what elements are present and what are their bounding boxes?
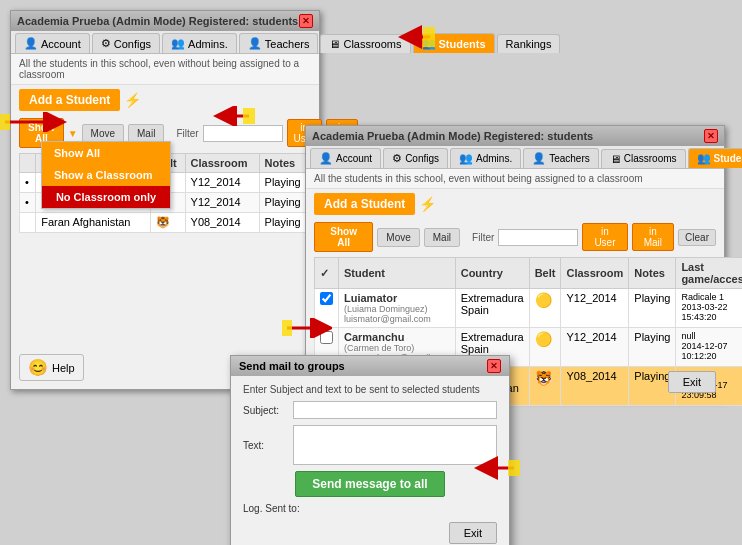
filter-label-1: Filter — [176, 128, 198, 139]
w2-tab-teachers[interactable]: 👤 Teachers — [523, 148, 599, 168]
clear-button-2[interactable]: Clear — [678, 229, 716, 246]
filter-input-1[interactable] — [203, 125, 283, 142]
add-student-icon-2: ⚡ — [419, 196, 436, 212]
window-2-title: Academia Prueba (Admin Mode) Registered:… — [312, 130, 593, 142]
send-message-button[interactable]: Send message to all — [295, 471, 444, 497]
move-button-2[interactable]: Move — [377, 228, 419, 247]
dropdown-show-all[interactable]: Show All — [42, 142, 170, 164]
add-student-bar-2: Add a Student ⚡ — [306, 189, 724, 219]
window-2-nav: 👤 Account ⚙ Configs 👥 Admins. 👤 Teachers… — [306, 146, 724, 169]
table-row: Faran Afghanistan 🐯 Y08_2014 Playing — [20, 213, 311, 233]
w2-tab-classrooms[interactable]: 🖥 Classrooms — [601, 149, 686, 168]
add-student-icon: ⚡ — [124, 92, 141, 108]
arrow-mail-button — [205, 106, 255, 126]
subject-row: Subject: — [243, 401, 497, 419]
window-1-titlebar: Academia Prueba (Admin Mode) Registered:… — [11, 11, 319, 31]
mail-dialog-title: Send mail to groups — [239, 360, 345, 372]
mail-button-2[interactable]: Mail — [424, 228, 460, 247]
tab-teachers[interactable]: 👤Teachers — [239, 33, 319, 53]
add-student-bar-1: Add a Student ⚡ — [11, 85, 319, 115]
svg-rect-14 — [508, 460, 520, 476]
text-row: Text: — [243, 425, 497, 465]
exit-area-2: Exit — [668, 371, 716, 393]
window-1-close[interactable]: ✕ — [299, 14, 313, 28]
w2-tab-configs[interactable]: ⚙ Configs — [383, 148, 448, 168]
window-1-title: Academia Prueba (Admin Mode) Registered:… — [17, 15, 298, 27]
window-1-nav: 👤Account ⚙Configs 👥Admins. 👤Teachers 🖥Cl… — [11, 31, 319, 54]
svg-rect-2 — [423, 27, 435, 47]
window-2-info: All the students in this school, even wi… — [306, 169, 724, 189]
svg-rect-8 — [243, 108, 255, 124]
dropdown-show-classroom[interactable]: Show a Classroom — [42, 164, 170, 186]
svg-rect-5 — [0, 114, 10, 130]
add-student-button-2[interactable]: Add a Student — [314, 193, 415, 215]
help-area-1: 😊 Help — [19, 354, 84, 381]
row-checkbox-0[interactable] — [320, 292, 333, 305]
tab-admins[interactable]: 👥Admins. — [162, 33, 237, 53]
help-icon: 😊 — [28, 358, 48, 377]
move-button-1[interactable]: Move — [82, 124, 124, 143]
svg-rect-11 — [282, 320, 292, 336]
filter-label-2: Filter — [472, 232, 494, 243]
w2-tab-admins[interactable]: 👥 Admins. — [450, 148, 521, 168]
mail-button-1[interactable]: Mail — [128, 124, 164, 143]
dropdown-menu: Show All Show a Classroom No Classroom o… — [41, 141, 171, 209]
mail-dialog: Send mail to groups ✕ Enter Subject and … — [230, 355, 510, 545]
mail-dialog-titlebar: Send mail to groups ✕ — [231, 356, 509, 376]
toolbar-2: Show All Move Mail Filter in User in Mai… — [306, 219, 724, 255]
send-button-area: Send message to all — [243, 471, 497, 497]
window-2-close[interactable]: ✕ — [704, 129, 718, 143]
arrow-students-tab — [375, 22, 435, 52]
subject-label: Subject: — [243, 405, 293, 416]
w2-tab-account[interactable]: 👤 Account — [310, 148, 381, 168]
w2-tab-students[interactable]: 👥 Students — [688, 148, 742, 168]
mail-dialog-close[interactable]: ✕ — [487, 359, 501, 373]
help-button[interactable]: 😊 Help — [19, 354, 84, 381]
mail-exit-area: Exit — [243, 522, 497, 544]
inmail-button-2[interactable]: in Mail — [632, 223, 675, 251]
dropdown-no-classroom[interactable]: No Classroom only — [42, 186, 170, 208]
tab-account[interactable]: 👤Account — [15, 33, 90, 53]
add-student-button-1[interactable]: Add a Student — [19, 89, 120, 111]
mail-dialog-body: Enter Subject and text to be sent to sel… — [231, 376, 509, 545]
text-label: Text: — [243, 440, 293, 451]
arrow-jop-row — [282, 318, 332, 338]
window-1: Academia Prueba (Admin Mode) Registered:… — [10, 10, 320, 390]
arrow-send-button — [470, 456, 520, 480]
tab-configs[interactable]: ⚙Configs — [92, 33, 160, 53]
log-row: Log. Sent to: — [243, 503, 497, 514]
exit-button-2[interactable]: Exit — [668, 371, 716, 393]
window-2-titlebar: Academia Prueba (Admin Mode) Registered:… — [306, 126, 724, 146]
subject-input[interactable] — [293, 401, 497, 419]
arrow-show-all — [0, 112, 80, 132]
mail-dialog-subtitle: Enter Subject and text to be sent to sel… — [243, 384, 497, 395]
mail-exit-button[interactable]: Exit — [449, 522, 497, 544]
filter-input-2[interactable] — [498, 229, 578, 246]
show-all-button-2[interactable]: Show All — [314, 222, 373, 252]
text-textarea[interactable] — [293, 425, 497, 465]
table-row: Luiamator (Luiama Dominguez) luismator@g… — [315, 289, 743, 328]
tab-rankings[interactable]: Rankings — [497, 34, 561, 53]
inuser-button-2[interactable]: in User — [582, 223, 627, 251]
window-1-info: All the students in this school, even wi… — [11, 54, 319, 85]
log-label: Log. Sent to: — [243, 503, 300, 514]
